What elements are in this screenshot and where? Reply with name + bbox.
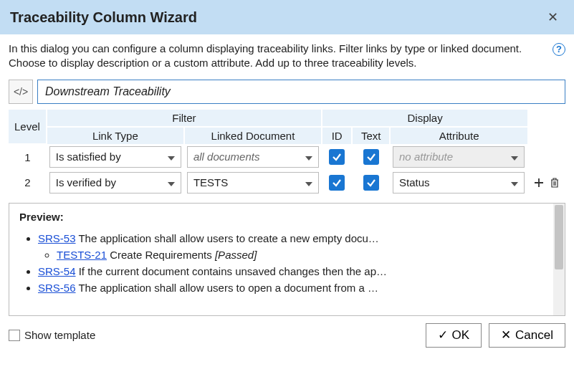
chevron-down-icon (511, 156, 518, 161)
preview-text: If the current document contains unsaved… (79, 265, 387, 277)
check-icon: ✓ (438, 328, 448, 343)
link-type-select[interactable]: Is verified by (49, 172, 181, 193)
preview-item: SRS-54 If the current document contains … (38, 263, 555, 279)
x-icon: ✕ (501, 328, 511, 343)
text-checkbox[interactable] (363, 149, 379, 165)
chevron-down-icon (168, 156, 175, 161)
levels-table: Level Filter Display Link Type Linked Do… (9, 110, 565, 196)
linked-document-select-value: TESTS (193, 176, 302, 188)
show-template-checkbox[interactable]: Show template (9, 329, 418, 341)
id-checkbox[interactable] (329, 149, 345, 165)
help-icon[interactable]: ? (553, 43, 565, 56)
preview-link[interactable]: SRS-56 (38, 282, 76, 294)
header-text: Text (352, 127, 390, 144)
level-number: 1 (9, 144, 47, 170)
attribute-select-value: Status (399, 176, 508, 188)
attribute-select-value: no attribute (399, 150, 508, 163)
preview-text: Create Requirements (110, 249, 212, 261)
preview-item: SRS-56 The application shall allow users… (38, 279, 555, 296)
titlebar: Traceability Column Wizard ✕ (0, 0, 574, 34)
delete-level-icon[interactable] (547, 176, 562, 190)
preview-link[interactable]: SRS-54 (38, 265, 76, 277)
header-link-type: Link Type (47, 127, 184, 144)
id-checkbox[interactable] (329, 175, 345, 191)
chevron-down-icon (511, 182, 518, 186)
preview-item: SRS-53 The application shall allow users… (38, 230, 555, 264)
preview-panel: Preview: SRS-53 The application shall al… (9, 203, 565, 316)
preview-text: The application shall allow users to ope… (78, 282, 378, 294)
level-row: 1Is satisfied byall documentsno attribut… (9, 144, 565, 170)
ok-button[interactable]: ✓ OK (426, 323, 482, 348)
level-number: 2 (9, 170, 47, 196)
header-linked-document: Linked Document (184, 127, 322, 144)
preview-status: [Passed] (215, 249, 257, 261)
attribute-select[interactable]: no attribute (393, 146, 525, 168)
link-type-select-value: Is satisfied by (56, 150, 165, 163)
chevron-down-icon (168, 182, 175, 186)
preview-text: The application shall allow users to cre… (78, 232, 378, 244)
preview-link[interactable]: TESTS-21 (57, 249, 107, 261)
header-filter: Filter (47, 110, 322, 127)
level-row: 2Is verified byTESTSStatus (9, 170, 565, 196)
cancel-button[interactable]: ✕ Cancel (489, 323, 565, 348)
linked-document-select-value: all documents (193, 150, 302, 163)
header-level: Level (9, 110, 47, 144)
dialog-title: Traceability Column Wizard (10, 9, 542, 26)
chevron-down-icon (305, 156, 312, 161)
cancel-label: Cancel (515, 328, 553, 343)
attribute-select[interactable]: Status (393, 172, 525, 193)
intro-text: In this dialog you can configure a colum… (9, 42, 548, 71)
preview-list: SRS-53 The application shall allow users… (19, 230, 555, 297)
preview-label: Preview: (19, 211, 555, 223)
link-type-select[interactable]: Is satisfied by (49, 146, 181, 168)
link-type-select-value: Is verified by (56, 176, 165, 188)
text-checkbox[interactable] (363, 175, 379, 191)
chevron-down-icon (305, 182, 312, 186)
linked-document-select[interactable]: all documents (187, 146, 319, 168)
show-template-label: Show template (24, 329, 95, 341)
preview-sub-item: TESTS-21 Create Requirements [Passed] (57, 247, 555, 263)
preview-scrollbar[interactable] (553, 204, 565, 315)
column-name-input[interactable] (37, 80, 565, 104)
close-icon[interactable]: ✕ (542, 6, 564, 28)
linked-document-select[interactable]: TESTS (187, 172, 319, 193)
ok-label: OK (452, 328, 470, 343)
header-attribute: Attribute (390, 127, 527, 144)
intro-row: In this dialog you can configure a colum… (9, 42, 565, 71)
code-icon[interactable]: </> (9, 80, 33, 104)
preview-link[interactable]: SRS-53 (38, 232, 76, 244)
header-display: Display (322, 110, 527, 127)
scrollbar-thumb[interactable] (555, 205, 563, 269)
header-id: ID (322, 127, 352, 144)
add-level-icon[interactable] (532, 176, 546, 190)
checkbox-icon (9, 330, 20, 341)
